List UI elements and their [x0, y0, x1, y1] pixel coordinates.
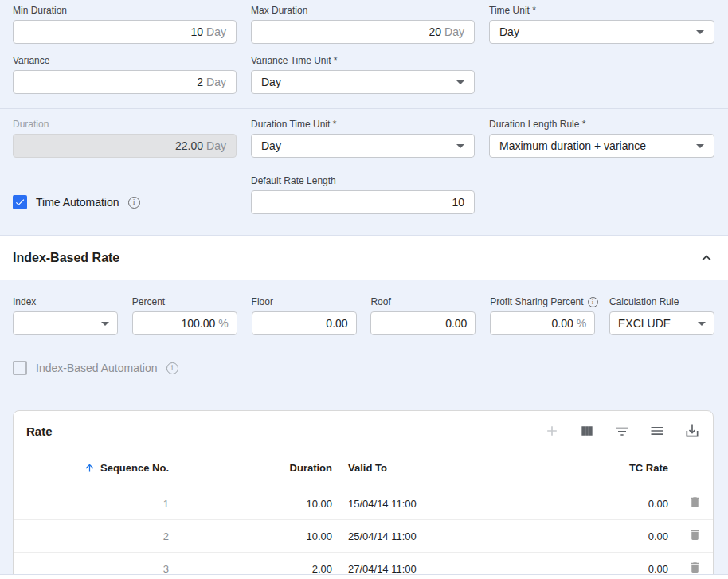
trash-icon [688, 528, 702, 542]
columns-icon[interactable] [579, 423, 595, 439]
column-header-tc-rate[interactable]: TC Rate [543, 449, 676, 487]
tc-rate-cell: 0.00 [543, 487, 676, 520]
check-icon [14, 197, 25, 208]
floor-input[interactable]: 0.00 [252, 311, 357, 335]
duration-length-rule-select[interactable]: Maximum duration + variance [489, 134, 714, 158]
percent-label: Percent [132, 296, 237, 307]
field-duration-time-unit: Duration Time Unit * Day [251, 119, 475, 158]
rate-table-title: Rate [26, 424, 53, 438]
variance-input[interactable]: 2 Day [13, 70, 237, 94]
floor-label: Floor [252, 296, 357, 307]
duration-time-unit-select[interactable]: Day [251, 134, 475, 158]
select-value: Day [499, 25, 519, 38]
time-automation-checkbox-row: Time Automation [13, 190, 237, 214]
form-row-2: Variance 2 Day Variance Time Unit * Day [13, 55, 714, 94]
chevron-down-icon [101, 322, 109, 326]
info-icon[interactable] [588, 297, 598, 307]
input-suffix: Day [206, 76, 226, 88]
index-fields-row: Index Percent 100.00 % Floor 0.00 Roof 0… [13, 296, 714, 335]
sequence-cell: 1 [14, 487, 177, 520]
field-time-unit: Time Unit * Day [489, 5, 714, 44]
index-select[interactable] [13, 311, 118, 335]
field-variance-time-unit: Variance Time Unit * Day [251, 55, 475, 94]
input-value: 0.00 [326, 317, 347, 330]
actions-cell [676, 487, 713, 520]
duration-cell: 10.00 [177, 487, 340, 520]
select-value: Maximum duration + variance [499, 139, 646, 152]
rate-table: Sequence No. Duration Valid To TC Rate [14, 449, 713, 579]
field-variance: Variance 2 Day [13, 55, 237, 94]
field-calculation-rule: Calculation Rule EXCLUDE [609, 296, 714, 335]
table-row[interactable]: 1 10.00 15/04/14 11:00 0.00 [14, 487, 713, 520]
input-value: 2 [197, 76, 203, 88]
calculation-rule-select[interactable]: EXCLUDE [609, 311, 714, 335]
rate-table-header: Rate [14, 411, 713, 449]
rate-table-header-row: Sequence No. Duration Valid To TC Rate [14, 449, 713, 487]
density-icon[interactable] [649, 423, 665, 439]
time-automation-checkbox[interactable] [13, 195, 27, 209]
sequence-cell: 2 [14, 520, 177, 553]
profit-sharing-percent-input[interactable]: 0.00 % [490, 311, 595, 335]
column-label: Valid To [348, 462, 387, 474]
chevron-down-icon [696, 144, 704, 148]
delete-row-button[interactable] [688, 528, 702, 542]
column-header-duration[interactable]: Duration [177, 449, 340, 487]
time-automation-label: Time Automation [36, 196, 119, 209]
trash-icon [688, 495, 702, 509]
chevron-down-icon [456, 144, 464, 148]
field-time-automation: Time Automation [13, 175, 237, 214]
default-rate-length-input[interactable]: 10 [251, 190, 475, 214]
label-text: Profit Sharing Percent [490, 296, 583, 307]
download-icon[interactable] [684, 423, 700, 439]
time-unit-select[interactable]: Day [489, 20, 714, 44]
rate-table-toolbar [544, 423, 700, 439]
max-duration-input[interactable]: 20 Day [251, 20, 475, 44]
filter-icon[interactable] [614, 423, 630, 439]
field-index: Index [13, 296, 118, 335]
form-row-1: Min Duration 10 Day Max Duration 20 Day … [13, 5, 714, 44]
field-max-duration: Max Duration 20 Day [251, 5, 475, 44]
max-duration-label: Max Duration [251, 5, 475, 16]
delete-row-button[interactable] [688, 561, 702, 574]
index-based-automation-checkbox-row: Index-Based Automation [13, 356, 714, 380]
select-value: EXCLUDE [618, 317, 671, 330]
table-row[interactable]: 2 10.00 25/04/14 11:00 0.00 [14, 520, 713, 553]
input-suffix: Day [444, 25, 464, 38]
column-header-valid-to[interactable]: Valid To [340, 449, 543, 487]
roof-label: Roof [370, 296, 476, 307]
percent-input[interactable]: 100.00 % [132, 311, 237, 335]
delete-row-button[interactable] [688, 495, 702, 509]
duration-form-section: Min Duration 10 Day Max Duration 20 Day … [0, 0, 728, 115]
index-based-automation-checkbox [13, 361, 27, 375]
input-value: 10 [191, 25, 204, 38]
index-based-rate-section-header: Index-Based Rate [0, 235, 728, 280]
variance-label: Variance [13, 55, 237, 66]
field-duration: Duration 22.00 Day [13, 119, 237, 158]
field-percent: Percent 100.00 % [132, 296, 237, 335]
form-row-4: Time Automation Default Rate Length 10 [13, 175, 714, 214]
chevron-up-icon [698, 249, 715, 267]
trash-icon [688, 561, 702, 574]
input-suffix: % [577, 317, 586, 330]
variance-time-unit-select[interactable]: Day [251, 70, 475, 94]
calculation-rule-label: Calculation Rule [609, 296, 714, 307]
column-header-sequence[interactable]: Sequence No. [14, 449, 177, 487]
column-header-actions [676, 449, 713, 487]
info-icon [166, 362, 178, 374]
min-duration-input[interactable]: 10 Day [13, 20, 237, 44]
info-icon[interactable] [128, 197, 140, 209]
valid-to-cell: 25/04/14 11:00 [340, 520, 543, 553]
input-suffix: Day [206, 25, 226, 38]
field-profit-sharing-percent: Profit Sharing Percent 0.00 % [490, 296, 595, 335]
select-value: Day [261, 76, 281, 88]
actions-cell [676, 520, 713, 553]
input-value: 0.00 [551, 317, 573, 330]
duration-input: 22.00 Day [13, 134, 237, 158]
index-label: Index [13, 296, 118, 307]
default-rate-length-label: Default Rate Length [251, 175, 475, 186]
input-suffix: Day [206, 139, 226, 152]
field-default-rate-length: Default Rate Length 10 [251, 175, 475, 214]
duration-length-rule-label: Duration Length Rule * [489, 119, 714, 130]
roof-input[interactable]: 0.00 [370, 311, 476, 335]
collapse-section-button[interactable] [698, 249, 715, 267]
